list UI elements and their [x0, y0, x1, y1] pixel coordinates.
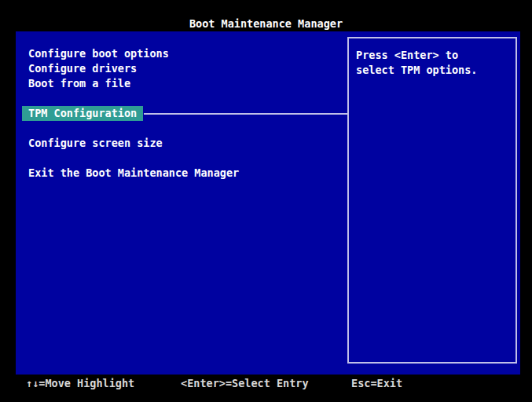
help-text-line-1: Press <Enter> to — [356, 48, 508, 63]
menu-item-boot-from-file[interactable]: Boot from a file — [16, 76, 130, 91]
hint-select-entry: <Enter>=Select Entry — [181, 376, 309, 391]
menu-item-exit-boot-maintenance-manager[interactable]: Exit the Boot Maintenance Manager — [16, 166, 239, 181]
hint-esc-exit: Esc=Exit — [351, 376, 402, 391]
help-text-line-2: select TPM options. — [356, 63, 508, 78]
help-panel: Press <Enter> to select TPM options. — [347, 37, 517, 364]
hint-move-highlight: ↑↓=Move Highlight — [26, 376, 134, 391]
menu-item-tpm-configuration-selected[interactable]: TPM Configuration — [22, 106, 143, 121]
menu-item-configure-screen-size[interactable]: Configure screen size — [16, 136, 163, 151]
menu-item-configure-boot-options[interactable]: Configure boot options — [16, 46, 169, 61]
page-title: Boot Maintenance Manager — [0, 17, 532, 30]
key-hint-bar: ↑↓=Move Highlight <Enter>=Select Entry E… — [0, 376, 532, 391]
selection-divider-line — [144, 113, 347, 115]
bios-screen: Boot Maintenance Manager Configure boot … — [0, 0, 532, 402]
menu-item-configure-drivers[interactable]: Configure drivers — [16, 61, 137, 76]
